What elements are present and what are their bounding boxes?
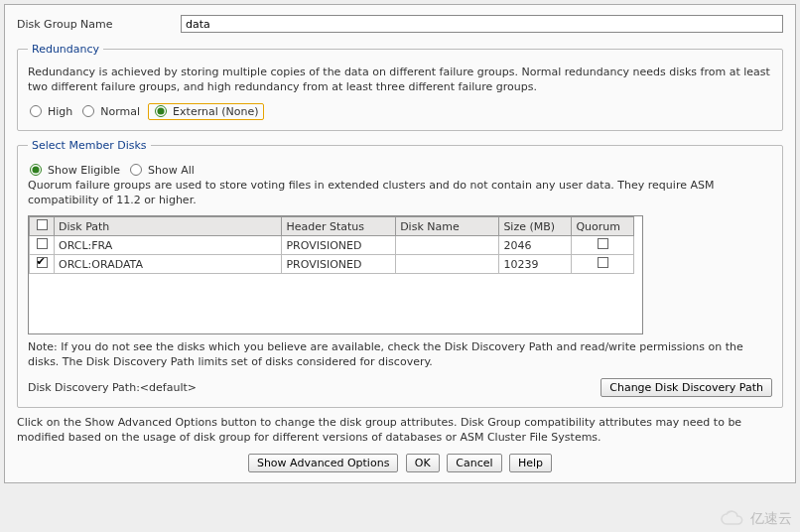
show-eligible[interactable]: Show Eligible: [28, 164, 120, 177]
redundancy-high[interactable]: High: [28, 105, 72, 118]
col-diskname[interactable]: Disk Name: [396, 217, 499, 236]
cell-diskpath: ORCL:FRA: [55, 236, 282, 255]
cancel-button[interactable]: Cancel: [447, 454, 501, 472]
cell-diskname: [396, 255, 499, 274]
redundancy-legend: Redundancy: [28, 43, 103, 56]
col-select[interactable]: [30, 217, 55, 236]
redundancy-high-radio[interactable]: [30, 105, 42, 117]
footer-buttons: Show Advanced Options OK Cancel Help: [17, 454, 783, 472]
cell-sizemb: 2046: [499, 236, 572, 255]
redundancy-fieldset: Redundancy Redundancy is achieved by sto…: [17, 43, 783, 131]
redundancy-options: High Normal External (None): [28, 103, 772, 120]
row-quorum-checkbox[interactable]: [598, 257, 608, 268]
discovery-row: Disk Discovery Path:<default> Change Dis…: [28, 378, 772, 397]
discovery-path-value: <default>: [140, 381, 197, 394]
member-disks-fieldset: Select Member Disks Show Eligible Show A…: [17, 139, 783, 408]
ok-button[interactable]: OK: [406, 454, 440, 472]
disk-group-name-input[interactable]: [181, 15, 783, 33]
cell-diskname: [396, 236, 499, 255]
redundancy-normal-radio[interactable]: [82, 105, 94, 117]
help-button[interactable]: Help: [509, 454, 552, 472]
cell-sizemb: 10239: [499, 255, 572, 274]
redundancy-normal-label: Normal: [100, 105, 140, 118]
show-eligible-label: Show Eligible: [48, 164, 120, 177]
quorum-desc: Quorum failure groups are used to store …: [28, 179, 772, 208]
redundancy-external[interactable]: External (None): [148, 103, 263, 120]
cell-diskpath: ORCL:ORADATA: [55, 255, 282, 274]
select-all-checkbox[interactable]: [37, 219, 48, 230]
cell-headerstatus: PROVISIONED: [282, 255, 396, 274]
col-headerstatus[interactable]: Header Status: [282, 217, 396, 236]
col-sizemb[interactable]: Size (MB): [499, 217, 572, 236]
disk-table: Disk Path Header Status Disk Name Size (…: [29, 216, 634, 274]
col-diskpath[interactable]: Disk Path: [55, 217, 282, 236]
disk-group-name-label: Disk Group Name: [17, 18, 181, 31]
show-all-label: Show All: [148, 164, 195, 177]
redundancy-external-label: External (None): [173, 105, 258, 118]
disk-table-container[interactable]: Disk Path Header Status Disk Name Size (…: [28, 215, 643, 334]
table-row[interactable]: ORCL:ORADATAPROVISIONED10239: [30, 255, 634, 274]
show-advanced-options-button[interactable]: Show Advanced Options: [248, 454, 398, 472]
show-all-radio[interactable]: [130, 164, 142, 176]
redundancy-normal[interactable]: Normal: [80, 105, 140, 118]
change-discovery-path-button[interactable]: Change Disk Discovery Path: [600, 378, 772, 397]
disk-group-name-row: Disk Group Name: [17, 15, 783, 33]
redundancy-desc: Redundancy is achieved by storing multip…: [28, 66, 772, 95]
disk-filter-options: Show Eligible Show All: [28, 164, 772, 177]
redundancy-external-radio[interactable]: [155, 105, 167, 117]
row-select-checkbox[interactable]: [37, 238, 48, 249]
table-row[interactable]: ORCL:FRAPROVISIONED2046: [30, 236, 634, 255]
discovery-path-text: Disk Discovery Path:<default>: [28, 381, 197, 394]
disk-note: Note: If you do not see the disks which …: [28, 340, 772, 370]
col-quorum[interactable]: Quorum: [572, 217, 634, 236]
show-all[interactable]: Show All: [128, 164, 195, 177]
dialog-panel: Disk Group Name Redundancy Redundancy is…: [4, 4, 796, 483]
cell-headerstatus: PROVISIONED: [282, 236, 396, 255]
member-disks-legend: Select Member Disks: [28, 139, 151, 152]
show-eligible-radio[interactable]: [30, 164, 42, 176]
row-select-checkbox[interactable]: [37, 257, 48, 268]
row-quorum-checkbox[interactable]: [598, 238, 608, 249]
footer-desc: Click on the Show Advanced Options butto…: [17, 416, 783, 446]
discovery-path-label: Disk Discovery Path:: [28, 381, 140, 394]
redundancy-high-label: High: [48, 105, 72, 118]
